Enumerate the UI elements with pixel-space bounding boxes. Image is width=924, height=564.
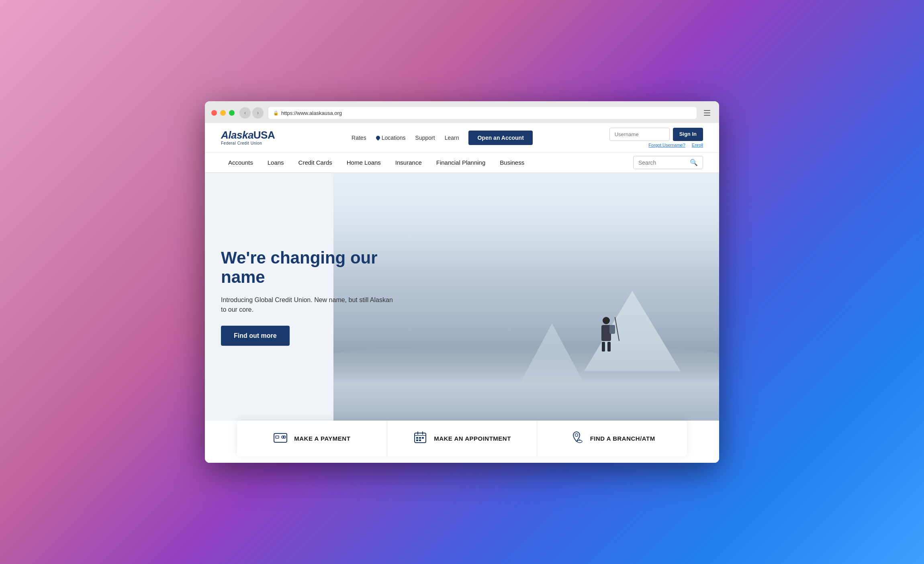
top-bar: AlaskaUSA Federal Credit Union Rates Loc… <box>205 123 719 153</box>
svg-rect-10 <box>422 437 424 439</box>
find-branch-action[interactable]: FIND A BRANCH/ATM <box>537 421 687 456</box>
nav-financial-planning[interactable]: Financial Planning <box>429 153 493 172</box>
nav-credit-cards[interactable]: Credit Cards <box>291 153 339 172</box>
support-link[interactable]: Support <box>415 135 435 141</box>
back-button[interactable]: ‹ <box>239 107 251 119</box>
climber-legs <box>602 342 611 351</box>
nav-insurance[interactable]: Insurance <box>388 153 429 172</box>
username-row: Sign In <box>609 128 703 141</box>
climber-head <box>603 317 610 324</box>
find-out-more-button[interactable]: Find out more <box>221 325 290 345</box>
address-bar[interactable]: 🔒 https://www.alaskausa.org <box>268 107 697 119</box>
svg-rect-12 <box>419 439 421 441</box>
rates-link[interactable]: Rates <box>352 135 366 141</box>
close-button[interactable] <box>211 110 217 116</box>
nav-loans[interactable]: Loans <box>260 153 291 172</box>
browser-window: ‹ › 🔒 https://www.alaskausa.org AlaskaUS… <box>205 101 719 463</box>
location-icon <box>375 135 381 140</box>
logo-subtitle: Federal Credit Union <box>221 141 275 145</box>
climber-pack <box>609 325 615 334</box>
climber-body <box>601 325 611 341</box>
nav-accounts[interactable]: Accounts <box>221 153 260 172</box>
minimize-button[interactable] <box>220 110 226 116</box>
svg-point-3 <box>283 436 286 438</box>
make-appointment-label: MAKE AN APPOINTMENT <box>434 435 511 442</box>
lock-icon: 🔒 <box>273 110 279 116</box>
locations-link[interactable]: Locations <box>376 135 406 141</box>
appointment-icon <box>413 430 427 447</box>
signin-button[interactable]: Sign In <box>673 128 703 141</box>
logo[interactable]: AlaskaUSA Federal Credit Union <box>221 130 275 145</box>
make-payment-action[interactable]: MAKE A PAYMENT <box>237 421 387 456</box>
payment-icon <box>273 430 288 447</box>
snow-ground <box>333 346 719 421</box>
browser-nav-buttons: ‹ › <box>239 107 264 119</box>
find-branch-label: FIND A BRANCH/ATM <box>590 435 655 442</box>
login-area: Sign In Forgot Username? Enroll <box>609 128 703 147</box>
logo-usa: USA <box>253 129 275 141</box>
quick-actions-bar: MAKE A PAYMENT MAKE A <box>237 421 687 456</box>
hero-title: We're changing our name <box>221 248 398 287</box>
enroll-link[interactable]: Enroll <box>692 143 703 147</box>
forgot-username-link[interactable]: Forgot Username? <box>648 143 685 147</box>
make-appointment-action[interactable]: MAKE AN APPOINTMENT <box>387 421 538 456</box>
top-links: Rates Locations Support Learn Open an Ac… <box>352 131 533 145</box>
open-account-button[interactable]: Open an Account <box>468 131 532 145</box>
hero-section: We're changing our name Introducing Glob… <box>205 173 719 421</box>
logo-text: AlaskaUSA <box>221 130 275 140</box>
url-display: https://www.alaskausa.org <box>281 110 342 116</box>
hero-content: We're changing our name Introducing Glob… <box>221 248 398 346</box>
logo-alaska: Alaska <box>221 129 253 141</box>
search-input[interactable] <box>638 159 687 166</box>
fullscreen-button[interactable] <box>229 110 235 116</box>
username-input[interactable] <box>609 128 670 141</box>
learn-link[interactable]: Learn <box>445 135 459 141</box>
svg-rect-1 <box>276 436 279 438</box>
svg-point-13 <box>575 434 578 437</box>
browser-menu-button[interactable] <box>701 107 713 119</box>
website-content: AlaskaUSA Federal Credit Union Rates Loc… <box>205 123 719 463</box>
climber-leg-right <box>607 342 611 351</box>
search-icon[interactable]: 🔍 <box>690 159 698 166</box>
svg-rect-8 <box>416 437 418 439</box>
browser-chrome: ‹ › 🔒 https://www.alaskausa.org <box>205 101 719 123</box>
traffic-lights <box>211 110 235 116</box>
make-payment-label: MAKE A PAYMENT <box>294 435 350 442</box>
main-navigation: Accounts Loans Credit Cards Home Loans I… <box>205 153 719 173</box>
branch-icon <box>569 430 584 447</box>
login-sub-links: Forgot Username? Enroll <box>648 143 703 147</box>
svg-point-14 <box>577 440 582 443</box>
bottom-strip <box>205 456 719 463</box>
nav-business[interactable]: Business <box>493 153 532 172</box>
forward-button[interactable]: › <box>252 107 264 119</box>
svg-rect-9 <box>419 437 421 439</box>
climber-leg-left <box>602 342 605 351</box>
search-box[interactable]: 🔍 <box>633 156 703 169</box>
hero-subtitle: Introducing Global Credit Union. New nam… <box>221 295 398 314</box>
climber-figure <box>601 317 611 351</box>
svg-rect-11 <box>416 439 418 441</box>
nav-home-loans[interactable]: Home Loans <box>339 153 388 172</box>
